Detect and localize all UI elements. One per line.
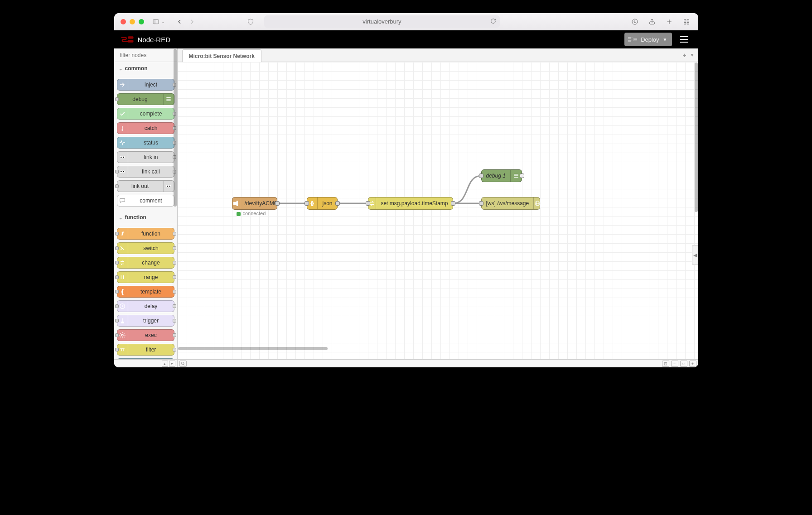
hamburger-menu-button[interactable] [677,33,692,46]
url-bar[interactable]: virtualoverbury [264,15,500,28]
deactivated-port[interactable] [520,173,524,178]
port-out [173,290,176,294]
zoom-reset-button[interactable]: ○ [680,361,687,367]
tab-menu-button[interactable]: ▼ [690,53,695,58]
chevron-down-icon: ⌄ [119,66,122,71]
palette-node-label: template [128,289,174,295]
canvas-vertical-scrollbar[interactable] [695,63,698,212]
palette-node-inject[interactable]: inject [117,79,174,91]
palette-node-debug[interactable]: debug [117,93,174,105]
reload-icon[interactable] [490,18,496,25]
palette-node-switch[interactable]: switch [117,242,174,254]
canvas-horizontal-scrollbar[interactable] [178,347,328,350]
palette-node-trigger[interactable]: trigger [117,315,174,327]
port-out[interactable] [275,201,280,206]
new-tab-icon[interactable] [664,16,675,27]
shield-icon[interactable] [245,16,256,27]
flow-node-json[interactable]: {}json [307,197,338,210]
footer-search-button[interactable] [179,361,187,367]
palette-node-complete[interactable]: complete [117,108,174,120]
svg-point-48 [181,362,184,365]
port-in[interactable] [479,201,483,206]
nav-arrows [174,16,198,27]
window-close-icon[interactable] [121,19,126,24]
port-in [115,290,119,294]
zoom-out-button[interactable]: − [671,361,678,367]
palette-node-function[interactable]: ffunction [117,228,174,240]
svg-rect-38 [121,322,123,323]
window-zoom-icon[interactable] [139,19,144,24]
svg-point-29 [123,171,125,173]
share-icon[interactable] [647,16,657,27]
canvas[interactable]: /dev/ttyACM0connected{}jsonset msg.paylo… [178,62,698,359]
palette-node-label: range [128,274,174,280]
palette-footer: ▴ ▾ [114,359,177,367]
palette-scrollbar[interactable] [174,49,177,207]
serial-icon [232,197,240,209]
palette-node-catch[interactable]: catch [117,122,174,134]
palette-node-label: switch [128,245,174,251]
svg-rect-15 [634,39,637,40]
filter-nodes[interactable] [114,48,177,62]
filter-input[interactable] [120,52,178,58]
browser-window: ⌄ virtualoverbury Node-RED [114,13,698,367]
port-in[interactable] [366,201,370,206]
svg-line-49 [184,364,184,365]
palette-node-label: link in [128,154,174,160]
back-button[interactable] [174,16,185,27]
port-out[interactable] [335,201,340,206]
palette-node-link-out[interactable]: link out [117,180,174,192]
palette-node-status[interactable]: status [117,137,174,149]
category-function[interactable]: ⌄function [114,211,177,224]
app-header: Node-RED Deploy ▼ [114,30,698,48]
sidebar-toggle[interactable]: ◀ [692,245,698,265]
window-minimize-icon[interactable] [130,19,135,24]
svg-rect-12 [128,40,133,43]
deploy-button[interactable]: Deploy ▼ [624,33,672,46]
palette: ⌄commoninjectdebugcompletecatchstatuslin… [114,48,178,367]
port-in [115,348,119,351]
zoom-in-button[interactable]: + [689,361,696,367]
palette-node-label: link out [117,183,163,189]
browser-toolbar: ⌄ virtualoverbury [114,13,698,30]
port-in[interactable] [479,173,483,178]
palette-node-range[interactable]: range [117,271,174,283]
flow-node-ws[interactable]: [ws] /ws/message [481,197,540,210]
palette-node-link-call[interactable]: link call [117,166,174,178]
flow-node-serial[interactable]: /dev/ttyACM0 [232,197,277,210]
category-common[interactable]: ⌄common [114,62,177,75]
port-in [115,184,119,188]
svg-rect-10 [687,22,689,24]
palette-node-label: function [128,231,174,237]
forward-button[interactable] [187,16,198,27]
palette-node-change[interactable]: change [117,257,174,269]
flow-node-change[interactable]: set msg.payload.timeStamp [368,197,453,210]
palette-node-filter[interactable]: filter [117,344,174,356]
palette-node-template[interactable]: {template [117,286,174,298]
download-icon[interactable] [629,16,640,27]
port-out [173,333,176,337]
zoom-fit-button[interactable]: ⊡ [662,361,669,367]
port-out [173,304,176,308]
tab-flow[interactable]: Micro:bit Sensor Network [182,49,261,62]
tab-group-button[interactable]: ⌄ [150,16,165,27]
add-tab-button[interactable]: + [682,52,686,59]
tab-overview-icon[interactable] [681,16,692,27]
palette-node-label: status [128,140,174,146]
palette-expand-button[interactable]: ▾ [169,361,175,367]
palette-node-label: link call [128,168,174,175]
palette-node-delay[interactable]: delay [117,300,174,312]
palette-node-exec[interactable]: exec [117,329,174,341]
palette-node-label: exec [128,332,174,338]
status-text: connected [243,211,266,216]
port-out[interactable] [451,201,455,206]
palette-node-comment[interactable]: comment [117,195,174,207]
flow-node-debug[interactable]: debug 1 [481,169,522,182]
palette-node-join---wait[interactable]: join - wait [117,358,174,359]
gear-icon [117,330,128,341]
fn-icon: f [117,228,128,239]
palette-node-label: delay [128,303,174,309]
port-in[interactable] [304,201,309,206]
palette-collapse-button[interactable]: ▴ [162,361,168,367]
palette-node-link-in[interactable]: link in [117,151,174,163]
